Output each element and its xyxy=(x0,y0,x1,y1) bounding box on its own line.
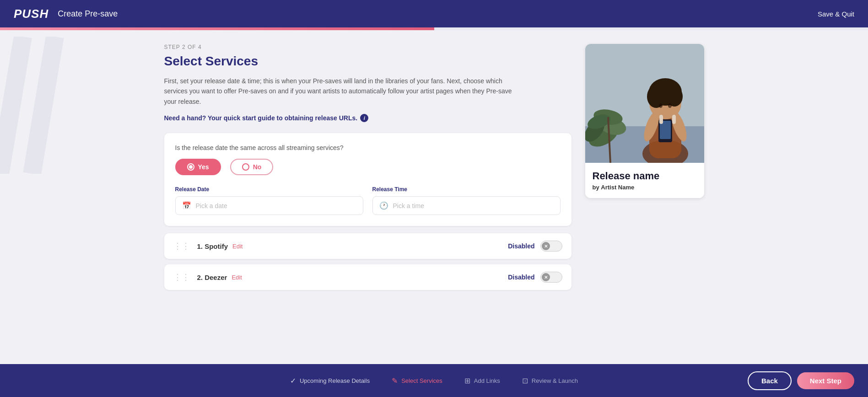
toggle-knob: ✕ xyxy=(542,273,550,281)
svg-point-15 xyxy=(647,85,665,108)
svg-point-18 xyxy=(668,103,672,108)
svg-point-17 xyxy=(659,103,663,108)
footer-step-label-review: Review & Launch xyxy=(532,377,578,384)
footer-step-label-upcoming: Upcoming Release Details xyxy=(300,377,370,384)
next-step-button[interactable]: Next Step xyxy=(797,372,854,389)
header: PUSH Create Pre-save Save & Quit xyxy=(0,0,868,27)
release-info: Release name by Artist Name xyxy=(585,163,704,198)
service-edit-link[interactable]: Edit xyxy=(232,243,243,250)
date-time-row: Release Date 📅 Pick a date Release Time … xyxy=(175,186,561,215)
guide-link[interactable]: Need a hand? Your quick start guide to o… xyxy=(164,114,369,122)
service-edit-link[interactable]: Edit xyxy=(232,274,242,281)
release-image xyxy=(585,44,704,163)
release-time-placeholder: Pick a time xyxy=(393,202,424,209)
svg-rect-24 xyxy=(672,115,676,124)
radio-yes-button[interactable]: Yes xyxy=(175,159,221,175)
release-date-label: Release Date xyxy=(175,186,363,193)
services-container: ⋮⋮ 1. Spotify Edit Disabled ✕ ⋮⋮ 2. Deez… xyxy=(164,233,571,290)
service-row: ⋮⋮ 1. Spotify Edit Disabled ✕ xyxy=(164,233,571,259)
svg-point-16 xyxy=(666,86,683,107)
artist-name: Artist Name xyxy=(601,184,634,191)
right-panel: Release name by Artist Name xyxy=(585,44,704,295)
service-row: ⋮⋮ 2. Deezer Edit Disabled ✕ xyxy=(164,264,571,290)
radio-yes-circle xyxy=(187,163,194,171)
radio-no-label: No xyxy=(253,163,262,171)
footer-step-upcoming[interactable]: ✓ Upcoming Release Details xyxy=(279,376,381,385)
service-toggle[interactable]: ✕ xyxy=(540,241,562,252)
footer-step-links[interactable]: ⊞ Add Links xyxy=(453,376,511,385)
radio-yes-label: Yes xyxy=(198,163,209,171)
footer-step-label-services: Select Services xyxy=(401,377,442,384)
back-button[interactable]: Back xyxy=(748,371,792,390)
release-time-input[interactable]: 🕐 Pick a time xyxy=(372,196,561,215)
release-date-group: Release Date 📅 Pick a date xyxy=(175,186,363,215)
service-toggle[interactable]: ✕ xyxy=(540,272,562,283)
page-title: Select Services xyxy=(164,54,571,69)
header-title: Create Pre-save xyxy=(58,9,118,19)
radio-no-button[interactable]: No xyxy=(230,159,274,175)
save-quit-button[interactable]: Save & Quit xyxy=(818,10,854,18)
release-time-group: Release Time 🕐 Pick a time xyxy=(372,186,561,215)
footer-step-icon-review: ⊡ xyxy=(522,376,528,385)
service-name: 1. Spotify xyxy=(197,242,228,250)
release-time-label: Release Time xyxy=(372,186,561,193)
footer-step-icon-links: ⊞ xyxy=(464,376,470,385)
footer-step-review[interactable]: ⊡ Review & Launch xyxy=(511,376,589,385)
footer: ✓ Upcoming Release Details ✎ Select Serv… xyxy=(0,364,868,397)
service-name: 2. Deezer xyxy=(197,274,227,281)
footer-step-services[interactable]: ✎ Select Services xyxy=(381,376,453,385)
toggle-knob: ✕ xyxy=(542,242,550,250)
release-date-placeholder: Pick a date xyxy=(196,202,227,209)
drag-handle: ⋮⋮ xyxy=(173,272,190,282)
toggle-x-icon: ✕ xyxy=(544,244,548,249)
svg-rect-23 xyxy=(659,115,663,124)
guide-link-text: Need a hand? Your quick start guide to o… xyxy=(164,114,358,122)
date-time-card: Is the release date the same across all … xyxy=(164,133,571,226)
footer-steps: ✓ Upcoming Release Details ✎ Select Serv… xyxy=(279,376,589,385)
radio-no-circle xyxy=(242,163,249,171)
toggle-x-icon: ✕ xyxy=(544,275,548,280)
release-card: Release name by Artist Name xyxy=(585,44,704,198)
description: First, set your release date & time; thi… xyxy=(164,76,521,107)
logo: PUSH xyxy=(14,7,49,21)
footer-step-icon-upcoming: ✓ xyxy=(290,376,296,385)
service-status-label: Disabled xyxy=(508,242,534,250)
calendar-icon: 📅 xyxy=(182,201,191,210)
release-name: Release name xyxy=(593,170,697,182)
service-status-label: Disabled xyxy=(508,274,534,281)
clock-icon: 🕐 xyxy=(379,201,388,210)
radio-group: Yes No xyxy=(175,159,561,175)
drag-handle: ⋮⋮ xyxy=(173,241,190,251)
footer-step-icon-services: ✎ xyxy=(392,376,398,385)
release-artist: by Artist Name xyxy=(593,184,697,191)
left-panel: STEP 2 OF 4 Select Services First, set y… xyxy=(164,44,571,295)
release-date-input[interactable]: 📅 Pick a date xyxy=(175,196,363,215)
footer-step-label-links: Add Links xyxy=(474,377,500,384)
footer-actions: Back Next Step xyxy=(748,371,854,390)
by-label: by xyxy=(593,184,599,191)
radio-question: Is the release date the same across all … xyxy=(175,144,561,151)
release-illustration xyxy=(585,44,704,163)
step-label: STEP 2 OF 4 xyxy=(164,44,571,50)
info-icon: i xyxy=(360,114,368,122)
